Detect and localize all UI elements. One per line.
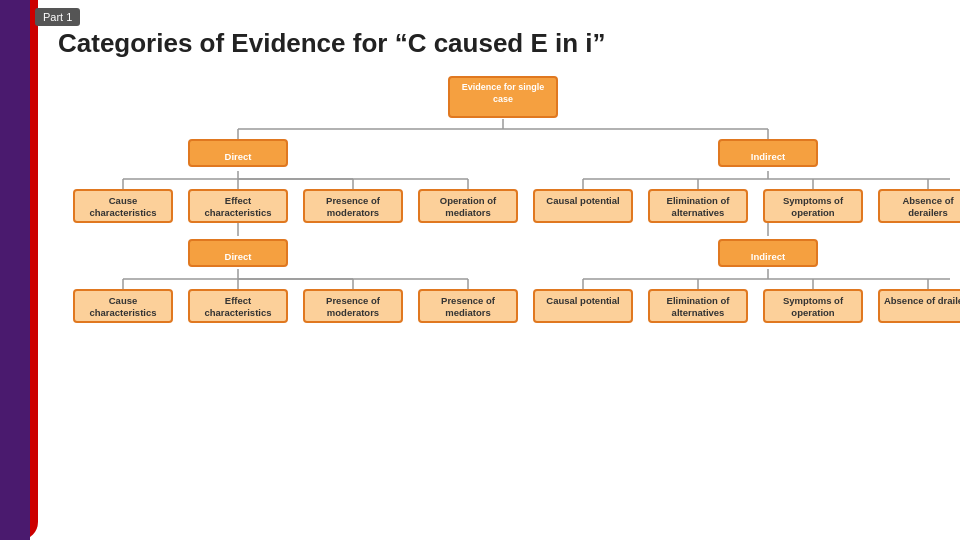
row1-node-6: Symptoms of operation [763,189,863,223]
direct-node-l1: Direct [188,139,288,167]
row1-node-3: Operation of mediators [418,189,518,223]
row2-node-6: Symptoms of operation [763,289,863,323]
root-node: Evidence for single case [448,76,558,118]
page-title: Categories of Evidence for “C caused E i… [58,28,950,59]
row2-node-7: Absence of drailers [878,289,960,323]
row2-node-3: Presence of mediators [418,289,518,323]
row1-node-1: Effect characteristics [188,189,288,223]
row2-node-4: Causal potential [533,289,633,323]
sidebar-purple-panel [0,0,30,540]
indirect-node-l1: Indirect [718,139,818,167]
row1-node-0: Cause characteristics [73,189,173,223]
row1-node-2: Presence of moderators [303,189,403,223]
row2-node-0: Cause characteristics [73,289,173,323]
row2-node-2: Presence of moderators [303,289,403,323]
row2-node-1: Effect characteristics [188,289,288,323]
connector-lines [48,71,950,481]
row1-node-7: Absence of derailers [878,189,960,223]
row1-node-4: Causal potential [533,189,633,223]
part-badge: Part 1 [35,8,80,26]
row2-node-5: Elimination of alternatives [648,289,748,323]
main-content: Categories of Evidence for “C caused E i… [38,0,960,540]
row1-node-5: Elimination of alternatives [648,189,748,223]
direct-node-l2: Direct [188,239,288,267]
indirect-node-l2: Indirect [718,239,818,267]
